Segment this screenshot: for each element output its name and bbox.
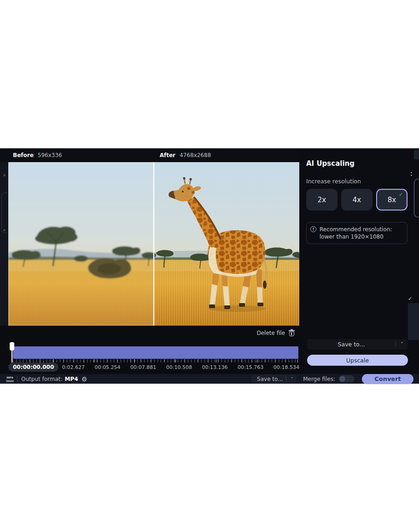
underlying-dot bbox=[3, 229, 6, 231]
timecode-label: 00:18.534 bbox=[274, 364, 299, 370]
underlying-window-fragment bbox=[414, 150, 419, 159]
underlying-check-icon: ✓ bbox=[408, 296, 412, 302]
underlying-dot bbox=[3, 174, 6, 176]
timecode-labels: 00:00:00.000 0:02.627 00:05.254 00:07.88… bbox=[8, 362, 299, 372]
scale-option-4x[interactable]: 4x bbox=[341, 189, 372, 210]
output-format-label: Output format: bbox=[21, 376, 63, 382]
save-to-dropdown[interactable]: Save to... ˅ bbox=[251, 374, 297, 383]
underlying-button-fragment bbox=[414, 179, 419, 217]
merge-files-toggle[interactable] bbox=[339, 375, 355, 382]
timeline-clip-bar[interactable] bbox=[13, 346, 298, 359]
scale-options: 2x 4x ✓ 8x bbox=[306, 189, 407, 210]
delete-file-button[interactable]: Delete file bbox=[256, 330, 295, 336]
timecode-label: 00:10.508 bbox=[166, 364, 192, 370]
merge-files-label: Merge files: bbox=[303, 376, 335, 382]
after-resolution: 4768x2688 bbox=[180, 152, 211, 158]
convert-button[interactable]: Convert bbox=[362, 374, 413, 384]
kebab-menu-icon bbox=[411, 172, 412, 173]
before-resolution: 596x336 bbox=[38, 152, 62, 158]
underlying-button-fragment bbox=[1, 193, 7, 233]
check-icon: ✓ bbox=[399, 191, 403, 198]
timecode-label: 0:02.627 bbox=[62, 364, 85, 370]
trash-icon bbox=[289, 330, 295, 336]
divider bbox=[17, 376, 17, 382]
converter-app-window: Before 596x336 After 4768x2688 bbox=[0, 148, 419, 384]
current-timecode-badge: 00:00:00.000 bbox=[8, 362, 58, 372]
chevron-down-icon: ˅ bbox=[289, 377, 295, 381]
panel-title: AI Upscaling bbox=[306, 159, 355, 168]
playhead-line bbox=[12, 350, 12, 362]
upscale-button[interactable]: Upscale bbox=[307, 355, 408, 366]
underlying-window-fragment bbox=[408, 303, 419, 340]
timeline-section: Delete file 00:00:00.000 0:02.627 00:05.… bbox=[0, 326, 299, 374]
info-icon: ! bbox=[310, 226, 316, 232]
comparison-divider-handle[interactable] bbox=[153, 162, 154, 326]
bottom-toolbar: MP4 Output format: MP4 ⚙ Save to... ˅ Me… bbox=[0, 374, 419, 384]
recommendation-text: Recommended resolution: lower than 1920×… bbox=[320, 226, 402, 240]
ai-upscaling-panel: AI Upscaling Increase resolution 2x 4x ✓… bbox=[299, 148, 419, 374]
delete-file-label: Delete file bbox=[256, 330, 285, 336]
timecode-label: 00:13.136 bbox=[202, 364, 227, 370]
format-badge-icon: MP4 bbox=[6, 376, 14, 382]
timecode-label: 00:05.254 bbox=[94, 364, 120, 370]
preview-image bbox=[8, 162, 299, 326]
save-to-label: Save to... bbox=[257, 376, 283, 382]
save-to-label: Save to... bbox=[307, 341, 396, 348]
output-format-value: MP4 bbox=[65, 376, 78, 382]
savanna-giraffe-scene bbox=[8, 162, 299, 326]
toggle-knob bbox=[339, 376, 345, 382]
chevron-down-icon: ˅ bbox=[396, 342, 408, 347]
preview-dimensions-bar: Before 596x336 After 4768x2688 bbox=[0, 148, 299, 162]
scale-option-2x[interactable]: 2x bbox=[306, 189, 338, 210]
increase-resolution-label: Increase resolution bbox=[306, 178, 361, 185]
timecode-label: 00:15.763 bbox=[238, 364, 263, 370]
divider bbox=[286, 376, 286, 382]
before-label: Before bbox=[13, 152, 34, 158]
playhead-handle[interactable] bbox=[10, 342, 14, 351]
timeline-ruler[interactable] bbox=[13, 359, 298, 362]
panel-save-to-dropdown[interactable]: Save to... ˅ bbox=[307, 339, 408, 350]
after-label: After bbox=[160, 152, 175, 158]
timecode-label: 00:07.881 bbox=[130, 364, 156, 370]
underlying-window-left-edge bbox=[0, 162, 8, 326]
recommendation-info-box: ! Recommended resolution: lower than 192… bbox=[306, 222, 407, 244]
gear-icon[interactable]: ⚙ bbox=[81, 376, 87, 382]
scale-option-8x[interactable]: ✓ 8x bbox=[376, 189, 407, 210]
